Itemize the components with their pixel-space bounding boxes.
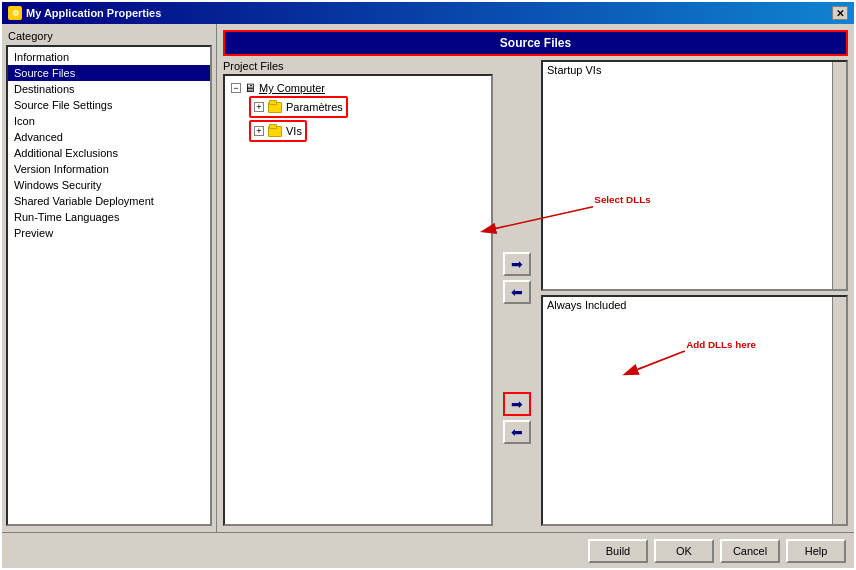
title-bar-left: ⚙ My Application Properties: [8, 6, 161, 20]
tree-item-vis[interactable]: + VIs: [252, 123, 304, 139]
startup-vis-scrollbar[interactable]: [832, 62, 846, 289]
arrow-left-bottom[interactable]: ⬅: [503, 420, 531, 444]
parametres-label: Paramètres: [286, 101, 343, 113]
vis-label: VIs: [286, 125, 302, 137]
top-arrows-col: ➡ ⬅ ➡ ⬅: [497, 60, 537, 526]
sidebar-item-shared-variable-deployment[interactable]: Shared Variable Deployment: [8, 193, 210, 209]
always-included-panel: Always Included: [541, 295, 848, 526]
ok-button[interactable]: OK: [654, 539, 714, 563]
sidebar-item-information[interactable]: Information: [8, 49, 210, 65]
always-included-scrollbar[interactable]: [832, 297, 846, 524]
project-files-box: − 🖥 My Computer +: [223, 74, 493, 526]
tree-children: + Paramètres: [249, 96, 487, 142]
sidebar-item-advanced[interactable]: Advanced: [8, 129, 210, 145]
startup-vis-label: Startup VIs: [544, 63, 604, 77]
right-panels: Startup VIs Always Included: [541, 60, 848, 526]
parametres-folder-icon: [267, 100, 283, 114]
startup-vis-box: Startup VIs: [541, 60, 848, 291]
always-included-label: Always Included: [544, 298, 630, 312]
close-button[interactable]: ✕: [832, 6, 848, 20]
project-panel-label: Project Files: [223, 60, 493, 72]
vis-folder-icon: [267, 124, 283, 138]
tree-item-parametres[interactable]: + Paramètres: [252, 99, 345, 115]
arrow-right-bottom[interactable]: ➡: [503, 392, 531, 416]
arrow-left-top[interactable]: ⬅: [503, 280, 531, 304]
panels-row: Project Files − 🖥 My Computer: [223, 60, 848, 526]
arrow-right-top-icon: ➡: [511, 256, 523, 272]
arrow-right-top[interactable]: ➡: [503, 252, 531, 276]
vis-highlight: + VIs: [249, 120, 307, 142]
sidebar-item-version-information[interactable]: Version Information: [8, 161, 210, 177]
window-body: Category Information Source Files Destin…: [2, 24, 854, 532]
parametres-highlight: + Paramètres: [249, 96, 348, 118]
project-panel: Project Files − 🖥 My Computer: [223, 60, 493, 526]
sidebar-item-destinations[interactable]: Destinations: [8, 81, 210, 97]
bottom-bar: Build OK Cancel Help: [2, 532, 854, 568]
content-header: Source Files: [223, 30, 848, 56]
window-title: My Application Properties: [26, 7, 161, 19]
sidebar-item-source-file-settings[interactable]: Source File Settings: [8, 97, 210, 113]
main-window: ⚙ My Application Properties ✕ Category I…: [0, 0, 856, 570]
sidebar: Category Information Source Files Destin…: [2, 24, 217, 532]
build-button[interactable]: Build: [588, 539, 648, 563]
sidebar-item-windows-security[interactable]: Windows Security: [8, 177, 210, 193]
arrow-right-bottom-icon: ➡: [511, 396, 523, 412]
parametres-expander[interactable]: +: [254, 102, 264, 112]
arrow-left-top-icon: ⬅: [511, 284, 523, 300]
help-button[interactable]: Help: [786, 539, 846, 563]
arrow-left-bottom-icon: ⬅: [511, 424, 523, 440]
app-icon: ⚙: [8, 6, 22, 20]
sidebar-item-preview[interactable]: Preview: [8, 225, 210, 241]
vis-expander[interactable]: +: [254, 126, 264, 136]
main-content: Source Files Project Files − 🖥 My Comput…: [217, 24, 854, 532]
tree-root-label: My Computer: [259, 82, 325, 94]
sidebar-item-icon[interactable]: Icon: [8, 113, 210, 129]
sidebar-list: Information Source Files Destinations So…: [6, 45, 212, 526]
title-bar: ⚙ My Application Properties ✕: [2, 2, 854, 24]
cancel-button[interactable]: Cancel: [720, 539, 780, 563]
always-included-box: Always Included: [541, 295, 848, 526]
computer-icon: 🖥: [244, 81, 256, 95]
startup-vis-panel: Startup VIs: [541, 60, 848, 291]
tree-root[interactable]: − 🖥 My Computer: [229, 80, 487, 96]
sidebar-item-run-time-languages[interactable]: Run-Time Languages: [8, 209, 210, 225]
minus-expander[interactable]: −: [231, 83, 241, 93]
sidebar-label: Category: [6, 30, 212, 42]
sidebar-item-source-files[interactable]: Source Files: [8, 65, 210, 81]
sidebar-item-additional-exclusions[interactable]: Additional Exclusions: [8, 145, 210, 161]
